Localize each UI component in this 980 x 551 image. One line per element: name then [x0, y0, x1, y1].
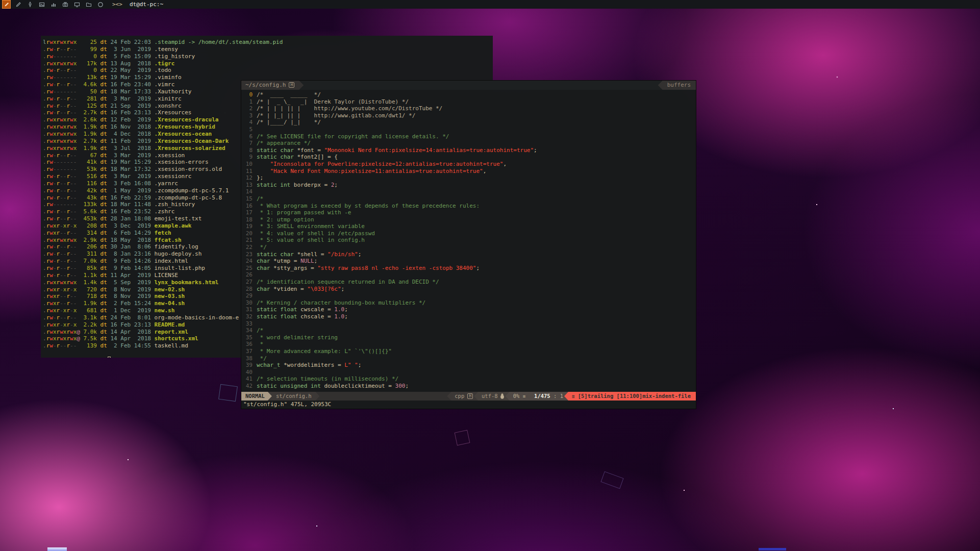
code-line: 26: [241, 271, 696, 279]
code-line: 16 * What program is execed by st depend…: [241, 203, 696, 210]
file-row: lrwxrwxrwx 25 dt 24 Feb 22:03 .steampid …: [43, 39, 493, 46]
prompt-git-behind: ↓54: [87, 357, 97, 358]
code-line: 39wchar_t *worddelimiters = L" ";: [241, 362, 696, 369]
code-line: 34/*: [241, 327, 696, 334]
file-row: .rw-r--r-- 0 dt 22 May 2019 .todo: [43, 67, 493, 74]
code-line: 40: [241, 369, 696, 376]
editor-tabline: ~/s/config.hH buffers: [241, 81, 696, 90]
code-line: 35 * word delimiter string: [241, 334, 696, 341]
code-line: 3/* | |_| || | http://www.gitlab.com/dwt…: [241, 112, 696, 119]
file-row: .rw------- 0 dt 5 Feb 15:09 .tig_history: [43, 53, 493, 60]
camera-icon[interactable]: [61, 1, 69, 8]
window-title: dt@dt-pc:~: [130, 1, 163, 8]
code-line: 24char *utmp = NULL;: [241, 258, 696, 265]
wallpaper-doodle: [455, 430, 470, 446]
prompt-path: ~: [57, 357, 60, 358]
cursor-column: : 1: [550, 393, 563, 399]
filetype-label: cpp: [455, 393, 464, 399]
file-row: .rw-r--r-- 99 dt 3 Jun 2019 .teensy: [43, 46, 493, 53]
code-lines[interactable]: 0/* ____ _____ */1/* | _ \_ _| Derek Tay…: [241, 90, 696, 392]
code-line: 21 * 5: value of shell in config.h: [241, 237, 696, 244]
paint-icon[interactable]: [3, 1, 10, 8]
buffers-label[interactable]: buffers: [658, 81, 696, 90]
scroll-percent: 0%: [513, 393, 520, 399]
encoding-segment: utf-8: [474, 392, 510, 400]
code-line: 29: [241, 292, 696, 299]
code-line: 0/* ____ _____ */: [241, 91, 696, 98]
filetype-segment: cppH: [447, 392, 478, 400]
code-line: 18 * 2: utmp option: [241, 216, 696, 223]
statusline-filename: st/config.h: [268, 392, 320, 400]
cursor-position-segment: 1/475 : 1: [526, 392, 568, 400]
code-line: 1/* | _ \_ _| Derek Taylor (DistroTube) …: [241, 98, 696, 106]
statusline: NORMAL st/config.h cppH utf-8 0% ≡ 1/475…: [241, 392, 696, 400]
code-line: 36 *: [241, 341, 696, 348]
terminal-cursor: [108, 357, 111, 358]
statusline-fill: [319, 392, 451, 400]
prompt-symbol: $: [101, 357, 105, 358]
code-line: 38 */: [241, 355, 696, 362]
filetype-icon: H: [467, 393, 473, 399]
linux-icon: [500, 393, 505, 399]
code-line: 19 * 3: SHELL environment variable: [241, 223, 696, 230]
code-line: 41/* selection timeouts (in milliseconds…: [241, 375, 696, 383]
pen-icon[interactable]: [26, 1, 34, 8]
mode-indicator: NORMAL: [241, 392, 272, 400]
code-line: 2/* | | | || | http://www.youtube.com/c/…: [241, 105, 696, 112]
header-file-icon: H: [289, 82, 294, 88]
code-line: 30/* Kerning / character bounding-box mu…: [241, 299, 696, 307]
code-line: 27/* identification sequence returned in…: [241, 279, 696, 286]
topbar-icons: [3, 1, 104, 8]
code-line: 25char *stty_args = "stty raw pass8 nl -…: [241, 265, 696, 272]
indent-warning: [11:100]mix-indent-file: [617, 393, 691, 399]
code-line: 32static float chscale = 1.0;: [241, 313, 696, 320]
code-line: 9static char *font2[] = {: [241, 154, 696, 161]
code-line: 6/* See LICENSE file for copyright and l…: [241, 133, 696, 140]
code-line: 12};: [241, 174, 696, 182]
wallpaper-strip: [759, 548, 786, 550]
code-line: 23static char *shell = "/bin/sh";: [241, 251, 696, 258]
folder-icon[interactable]: [85, 1, 92, 8]
trailing-warning: [5]trailing: [578, 393, 614, 399]
layout-indicator[interactable]: ><>: [112, 1, 122, 8]
warnings-segment: ≡ [5]trailing [11:100]mix-indent-file: [564, 392, 696, 400]
code-line: 33: [241, 320, 696, 328]
pencil-icon[interactable]: [14, 1, 22, 8]
code-line: 10 "Inconsolata for Powerline:pixelsize=…: [241, 161, 696, 168]
code-line: 13static int borderpx = 2;: [241, 182, 696, 189]
tab-current-buffer[interactable]: ~/s/config.hH: [241, 81, 304, 90]
code-line: 14: [241, 188, 696, 195]
code-line: 20 * 4: value of shell in /etc/passwd: [241, 230, 696, 237]
code-line: 7/* appearance */: [241, 140, 696, 147]
wallpaper-doodle: [218, 384, 238, 402]
wallpaper-strip: [47, 547, 67, 551]
warning-icon: ≡: [572, 394, 574, 399]
image-icon[interactable]: [38, 1, 45, 8]
code-line: 31static float cwscale = 1.0;: [241, 306, 696, 313]
tab-path: ~/s/config.h: [245, 82, 286, 88]
file-row: .rwxrwxrwx 17k dt 13 Aug 2018 .tigrc: [43, 60, 493, 67]
code-line: 37 * More advanced example: L" `'\"()[]{…: [241, 348, 696, 355]
chart-icon[interactable]: [49, 1, 57, 8]
file-row: .rw------- 13k dt 19 Mar 15:29 .viminfo: [43, 74, 493, 81]
code-line: 4/* |____/ |_| */: [241, 119, 696, 126]
code-line: 28char *vtiden = "\033[?6c";: [241, 286, 696, 293]
encoding-label: utf-8: [482, 393, 498, 399]
monitor-icon[interactable]: [73, 1, 81, 8]
code-line: 22 */: [241, 244, 696, 251]
prompt-git-branch: master: [63, 357, 84, 358]
code-line: 5: [241, 126, 696, 133]
editor-window[interactable]: ~/s/config.hH buffers 0/* ____ _____ */1…: [241, 81, 696, 409]
code-line: 11 "Hack Nerd Font Mono:pixelsize=11:ant…: [241, 168, 696, 175]
topbar: ><> dt@dt-pc:~: [0, 0, 980, 9]
code-line: 15/*: [241, 195, 696, 203]
code-line: 42static unsigned int doubleclicktimeout…: [241, 383, 696, 390]
command-line-message: "st/config.h" 475L, 20953C: [241, 400, 696, 409]
record-icon[interactable]: [96, 1, 104, 8]
lines-icon: ≡: [523, 394, 525, 399]
tabline-fill: [304, 81, 658, 90]
code-line: 17 * 1: program passed with -e: [241, 209, 696, 216]
code-line: 8static char *font = "Mononoki Nerd Font…: [241, 147, 696, 154]
cursor-position: 1/475: [534, 393, 550, 399]
